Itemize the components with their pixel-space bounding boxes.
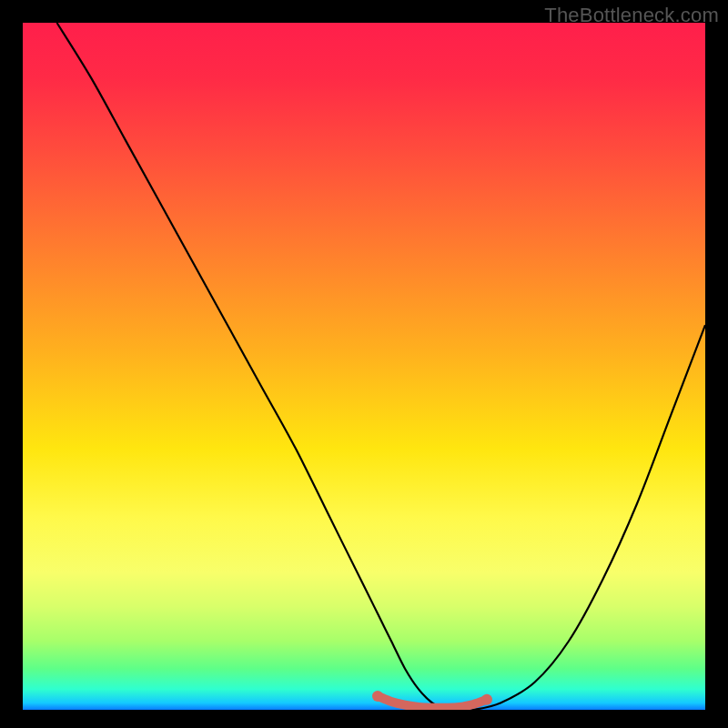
chart-frame: TheBottleneck.com — [0, 0, 728, 728]
gradient-background — [23, 23, 705, 710]
plot-area — [23, 23, 705, 710]
watermark-text: TheBottleneck.com — [544, 4, 719, 27]
